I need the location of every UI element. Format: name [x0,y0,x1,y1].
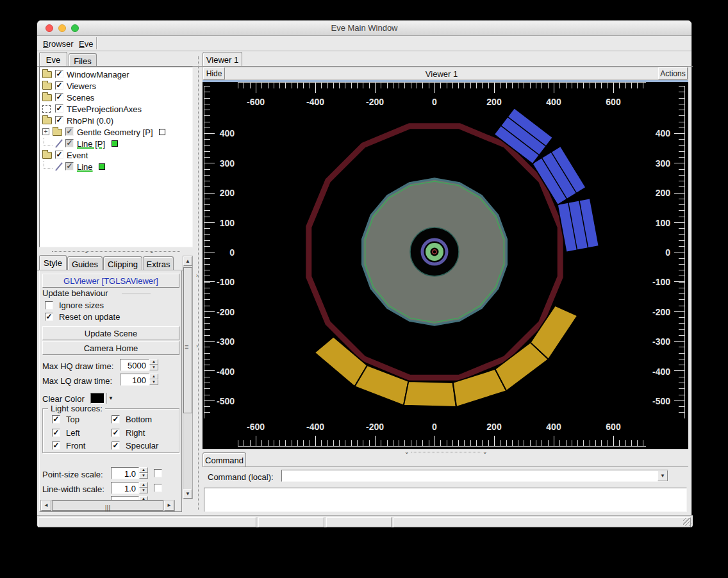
tree-branch [44,161,53,169]
max-hq-label: Max HQ draw time: [42,361,113,371]
window-title: Eve Main Window [37,23,691,33]
point-size-field[interactable]: 1.0 [111,467,139,479]
style-hscrollbar[interactable]: ◄ ► ||| [40,500,175,511]
ignore-sizes-checkbox[interactable] [45,301,53,310]
menu-eve[interactable]: Eve [76,38,95,50]
tree-checkbox[interactable] [55,116,63,124]
scroll-left-icon[interactable]: ◄ [41,500,51,511]
clear-color-swatch[interactable] [90,393,104,404]
folder-icon [53,129,62,136]
tree-item-label[interactable]: Scenes [67,93,94,103]
tree-item-label[interactable]: RhoPhi (0.0) [67,116,113,126]
command-dropdown-icon[interactable]: ▼ [658,470,668,481]
vscroll-thumb[interactable]: ≡ [183,267,192,413]
color-chip-white[interactable] [159,129,165,135]
tree-row: Viewers [40,80,192,92]
tab-extras[interactable]: Extras [143,256,174,270]
tree-item-label[interactable]: TEveProjectionAxes [67,104,142,114]
tree-item-label[interactable]: Viewers [67,81,96,91]
reset-on-update-label: Reset on update [59,312,120,322]
tree-item-label[interactable]: Line [77,162,93,172]
actions-button[interactable]: Actions [658,67,688,79]
line-icon [54,162,64,171]
tree-item-label[interactable]: Event [67,151,88,160]
calo-module-yellow [404,381,457,407]
light-specular-checkbox[interactable] [112,442,120,450]
spin-up-icon: ▲ [149,374,158,379]
thumb-grip-icon: ≡ [185,343,188,350]
tree-checkbox[interactable] [55,70,63,78]
tree-item-label[interactable]: Line [P] [77,139,105,149]
max-lq-spinner[interactable]: ▲▼ [149,374,158,386]
gl-viewport[interactable]: -600 -400 -200 0 200 400 600 -600 -400 -… [203,80,688,449]
tree-checkbox[interactable] [55,151,63,159]
light-sources-group: Light sources: Top Bottom Left Right Fro… [42,408,179,453]
scroll-up-icon[interactable]: ▲ [183,256,192,266]
hide-button[interactable]: Hide [203,67,225,79]
tree-checkbox[interactable] [65,139,74,147]
scroll-down-icon[interactable]: ▼ [183,489,192,499]
command-input[interactable] [281,470,668,482]
camera-home-button[interactable]: Camera Home [42,341,179,355]
light-bottom-label: Bottom [126,415,152,424]
max-hq-field[interactable]: 5000 [120,359,149,371]
light-front-checkbox[interactable] [52,442,60,450]
spin-down-icon: ▼ [149,379,158,385]
light-right-checkbox[interactable] [112,429,120,437]
tree-row: Event [40,149,192,161]
tab-guides[interactable]: Guides [67,256,103,270]
command-panel: Command (local): ▼ [203,467,688,513]
tab-viewer1[interactable]: Viewer 1 [203,52,242,67]
max-hq-spinner[interactable]: ▲▼ [149,359,158,371]
tab-files[interactable]: Files [69,53,97,67]
color-chip-green[interactable] [112,140,118,147]
tree-checkbox[interactable] [65,162,74,170]
line-width-spinner[interactable]: ▲▼ [139,482,148,494]
line-width-checkbox[interactable] [154,484,162,492]
open-folder-icon [42,117,52,124]
point-size-checkbox[interactable] [154,469,162,477]
spin-up-icon: ▲ [139,467,148,473]
title-bar[interactable]: Eve Main Window [37,21,691,36]
tree-checkbox[interactable] [55,104,63,113]
light-top-checkbox[interactable] [52,415,60,424]
menu-browser[interactable]: Browser [40,38,76,50]
tab-style[interactable]: Style [39,255,67,270]
tree-checkbox[interactable] [55,81,63,90]
muon-module-blue [558,198,599,252]
command-output[interactable] [204,488,687,512]
light-bottom-checkbox[interactable] [112,415,120,424]
panel-vsplitter[interactable]: › › [194,51,202,515]
hscroll-thumb[interactable]: ||| [52,500,163,511]
glviewer-header-button[interactable]: GLViewer [TGLSAViewer] [42,274,179,288]
tree-item-label[interactable]: WindowManager [67,70,129,79]
style-vscrollbar[interactable]: ▲ ▼ ≡ [183,256,193,499]
eve-tree: WindowManager Viewers Scenes TEveProject… [39,67,193,247]
command-local-label: Command (local): [208,472,274,482]
folder-icon [42,94,52,101]
tree-branch [44,138,53,145]
color-chip-green[interactable] [99,163,105,170]
update-scene-button[interactable]: Update Scene [42,326,179,340]
tab-eve[interactable]: Eve [39,52,67,67]
tree-checkbox[interactable] [55,93,63,101]
max-lq-field[interactable]: 100 [120,374,149,386]
line-icon [54,139,64,148]
expand-plus-icon[interactable]: + [42,128,49,135]
projection-axes-icon [42,105,51,113]
max-lq-label: Max LQ draw time: [42,376,112,386]
tree-item-label[interactable]: Gentle Geometry [P] [77,128,153,137]
light-left-checkbox[interactable] [52,429,60,437]
reset-on-update-checkbox[interactable] [45,313,53,321]
tree-splitter[interactable]: ⌄ ⌄ [39,247,193,255]
scroll-right-icon[interactable]: ► [164,500,174,511]
tab-command[interactable]: Command [203,452,246,467]
point-size-spinner[interactable]: ▲▼ [139,467,148,479]
canvas-splitter[interactable]: ⌄ ⌄ [203,449,688,455]
resize-grip-icon[interactable] [683,518,691,526]
clear-color-dropdown-icon[interactable]: ▼ [106,393,115,404]
tab-clipping[interactable]: Clipping [103,256,142,270]
tree-checkbox[interactable] [65,128,74,136]
folder-icon [42,71,52,78]
line-width-field[interactable]: 1.0 [111,482,139,494]
